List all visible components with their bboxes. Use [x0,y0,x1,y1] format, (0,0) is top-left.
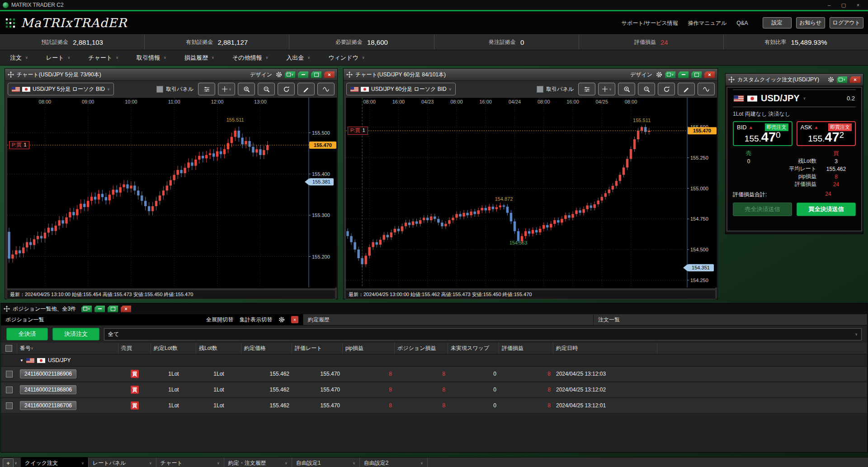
bid-sell-button[interactable]: BID ▲ 即売注文 155.470 [733,121,793,146]
window-minimize-button[interactable] [298,71,308,78]
refresh-icon[interactable] [278,83,295,95]
symbol-selector-row[interactable]: USD/JPY ∨ 0.2 [733,90,856,107]
topbar-button[interactable]: ログアウト [830,17,863,28]
design-button[interactable]: デザイン [630,71,652,79]
window-close-button[interactable]: × [704,71,715,78]
zoom-in-icon[interactable] [238,83,255,95]
indicator-settings-icon[interactable] [578,83,595,95]
table-row[interactable]: 2411600021186806買1Lot1Lot155.462155.4708… [1,382,867,397]
tab-position-list[interactable]: ポジション一覧 全展開切替 集計表示切替 × [1,314,303,325]
menu-item[interactable]: その他情報∨ [232,54,268,62]
zoom-out-icon[interactable] [638,83,655,95]
taskbar-tab[interactable]: クイック注文∨ [21,458,89,467]
window-restore-button[interactable]: ∨ [81,306,92,312]
checkbox[interactable] [6,402,13,409]
menu-item[interactable]: 損益履歴∨ [184,54,214,62]
os-close-button[interactable]: × [851,0,865,9]
chevron-down-icon[interactable]: ∨ [14,461,17,465]
positions-panel-header[interactable]: ポジション一覧他、全3件 ∨ × [1,303,867,314]
menu-item[interactable]: レート∨ [46,54,70,62]
candlestick-chart-5min[interactable]: 155.200155.300155.400155.50008:0009:0010… [7,97,335,289]
aggregate-view-toggle[interactable]: 集計表示切替 [240,316,272,324]
column-header[interactable]: 評価レート [292,343,343,354]
gear-icon[interactable] [278,316,285,323]
window-maximize-button[interactable] [311,71,321,78]
column-header[interactable]: 約定Lot数 [151,343,196,354]
column-header[interactable]: 未実現スワップ [448,343,499,354]
column-header[interactable]: 残Lot数 [196,343,241,354]
column-header[interactable]: 売買 [118,343,151,354]
position-id-chip[interactable]: 2411600021186706 [20,401,76,410]
symbol-group-row[interactable]: ▼ USD/JPY [1,354,867,367]
ask-buy-button[interactable]: ASK ▲ 即買注文 155.472 [797,121,856,146]
position-id-chip[interactable]: 2411600021186906 [20,369,76,378]
menu-item[interactable]: 注文∨ [10,54,28,62]
chart-panel-5min-header[interactable]: チャート(USD/JPY 5分足 73/90本) デザイン ∨ × [5,69,337,81]
window-minimize-button[interactable] [94,306,105,312]
window-close-button[interactable]: × [850,76,860,83]
topbar-link[interactable]: 操作マニュアル [688,20,726,26]
column-header[interactable]: ポジション損益 [395,343,448,354]
expand-all-toggle[interactable]: 全展開切替 [206,316,233,324]
window-close-button[interactable]: × [324,71,335,78]
menu-item[interactable]: 入出金∨ [286,54,310,62]
os-minimize-button[interactable]: ‒ [822,0,836,9]
checkbox[interactable] [6,371,13,377]
window-restore-button[interactable]: ∨ [285,71,295,78]
close-all-button[interactable]: 全決済 [6,328,48,340]
close-all-buy-button[interactable]: 買全決済送信 [797,203,856,216]
table-row[interactable]: 2411600021186906買1Lot1Lot155.462155.4708… [1,367,867,381]
design-button[interactable]: デザイン [250,71,272,79]
checkbox[interactable] [5,345,12,352]
close-all-sell-button[interactable]: 売全決済送信 [733,203,792,216]
column-header[interactable]: 約定価格 [241,343,292,354]
column-header[interactable]: 評価損益 [499,343,553,354]
move-icon[interactable] [4,306,10,312]
symbol-timeframe-dropdown[interactable]: USD/JPY 60分足 ローソク BID ∨ [346,83,456,95]
pencil-icon[interactable] [297,83,315,95]
trade-panel-checkbox[interactable] [156,86,163,93]
column-header[interactable]: pip損益 [343,343,395,354]
menu-item[interactable]: 取引情報∨ [137,54,166,62]
gear-icon[interactable] [656,71,662,78]
taskbar-tab[interactable]: チャート∨ [156,458,224,467]
checkbox[interactable] [6,387,13,393]
wave-tool-icon[interactable] [317,83,335,95]
window-close-button[interactable]: × [121,306,131,312]
table-row[interactable]: 2411600021186706買1Lot1Lot155.462155.4708… [1,398,867,413]
refresh-icon[interactable] [658,83,675,95]
topbar-link[interactable]: Q&A [736,20,748,26]
taskbar-tab[interactable]: 自由設定2∨ [360,458,428,467]
zoom-in-icon[interactable] [618,83,635,95]
window-minimize-button[interactable] [678,71,689,78]
wave-tool-icon[interactable] [698,83,715,95]
taskbar-tab[interactable]: 自由設定1∨ [292,458,360,467]
zoom-out-icon[interactable] [258,83,275,95]
crosshair-icon[interactable]: ∨ [598,83,615,95]
move-icon[interactable] [346,71,353,78]
close-icon[interactable]: × [291,316,298,323]
window-maximize-button[interactable] [108,306,118,312]
crosshair-icon[interactable]: ∨ [218,83,235,95]
indicator-settings-icon[interactable] [198,83,215,95]
move-icon[interactable] [8,71,14,78]
pencil-icon[interactable] [678,83,695,95]
tab-execution-history[interactable]: 約定履歴 [303,314,593,325]
move-icon[interactable] [728,76,735,83]
window-restore-button[interactable]: ∨ [837,76,847,83]
tab-order-list[interactable]: 注文一覧 [593,314,867,325]
gear-icon[interactable] [828,76,834,83]
os-maximize-button[interactable]: ▢ [836,0,851,9]
trade-panel-checkbox[interactable] [537,86,543,93]
position-id-chip[interactable]: 2411600021186806 [20,385,76,394]
gear-icon[interactable] [276,71,282,78]
column-header[interactable]: 約定日時 [553,343,657,354]
taskbar-tab[interactable]: レートパネル∨ [89,458,156,467]
topbar-button[interactable]: 設定 [763,17,792,28]
symbol-timeframe-dropdown[interactable]: USD/JPY 5分足 ローソク BID ∨ [8,83,114,95]
chart-panel-60min-header[interactable]: チャート(USD/JPY 60分足 84/101本) デザイン ∨ × [344,69,717,81]
topbar-button[interactable]: お知らせ [796,17,825,28]
menu-item[interactable]: ウィンドウ∨ [328,54,364,62]
menu-item[interactable]: チャート∨ [88,54,118,62]
filter-dropdown[interactable]: 全て ∨ [104,328,862,340]
